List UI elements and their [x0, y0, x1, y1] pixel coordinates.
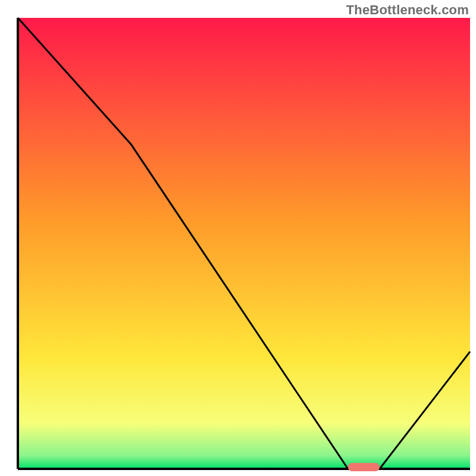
optimal-range-marker: [348, 463, 380, 471]
chart-container: TheBottleneck.com: [0, 0, 476, 476]
chart-background: [18, 18, 470, 469]
bottleneck-chart: [0, 0, 476, 476]
